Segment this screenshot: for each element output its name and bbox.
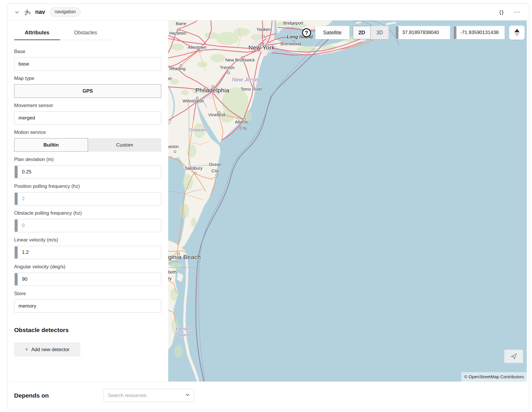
map-label: Salisbury bbox=[185, 166, 203, 171]
position-polling-label: Position polling frequency (hz) bbox=[14, 183, 161, 189]
help-icon[interactable]: ? bbox=[302, 28, 311, 37]
longitude-value: -71.93590131438 bbox=[460, 30, 499, 35]
json-mode-icon[interactable]: {} bbox=[499, 9, 504, 15]
recenter-button[interactable] bbox=[504, 350, 523, 363]
latitude-input[interactable]: 37.81897838040 bbox=[395, 26, 450, 39]
motion-service-segment: Builtin Custom bbox=[14, 138, 161, 152]
map-attribution[interactable]: © OpenStreetMap Contributors bbox=[461, 372, 527, 381]
movement-sensor-value: merged bbox=[18, 115, 35, 121]
map-label: aston bbox=[168, 144, 179, 149]
overflow-menu-icon[interactable]: ⋯ bbox=[514, 8, 520, 16]
linear-velocity-value: 1.2 bbox=[22, 250, 29, 255]
map-label: Brentwood bbox=[280, 41, 301, 46]
city-marker bbox=[194, 172, 196, 175]
map-label: Allentown bbox=[188, 45, 207, 50]
map-label: Vineland bbox=[208, 112, 225, 117]
map-label: Ocean bbox=[209, 162, 222, 167]
page: nav navigation {} ⋯ Attributes Obstacles… bbox=[0, 0, 532, 412]
card-body: Attributes Obstacles Base base Map type … bbox=[7, 20, 529, 381]
map-label: Yonkers bbox=[256, 27, 272, 32]
base-label: Base bbox=[14, 49, 161, 55]
plus-icon: + bbox=[25, 346, 28, 352]
position-polling-input[interactable]: 2 bbox=[14, 192, 161, 205]
obstacle-detectors-heading: Obstacle detectors bbox=[14, 327, 161, 334]
movement-sensor-label: Movement sensor bbox=[14, 103, 161, 108]
number-input-bar bbox=[15, 220, 18, 232]
depends-on-heading: Depends on bbox=[14, 392, 104, 399]
plan-deviation-input[interactable]: 0.25 bbox=[14, 165, 161, 179]
city-marker bbox=[242, 57, 244, 59]
map-label: Wilmington bbox=[183, 98, 204, 103]
tab-attributes[interactable]: Attributes bbox=[14, 27, 60, 40]
coordinate-stepper[interactable] bbox=[509, 25, 525, 40]
map-label: Pamlico bbox=[176, 326, 191, 331]
map-label: Reading bbox=[169, 66, 186, 71]
linear-velocity-input[interactable]: 1.2 bbox=[14, 246, 161, 259]
plan-deviation-value: 0.25 bbox=[22, 169, 31, 175]
city-marker bbox=[216, 174, 218, 176]
add-detector-button[interactable]: + Add new detector bbox=[14, 343, 80, 356]
city-marker bbox=[212, 85, 214, 88]
obstacle-polling-label: Obstacle polling frequency (hz) bbox=[14, 210, 161, 216]
resource-type-badge: navigation bbox=[50, 8, 80, 17]
map-mode-toggle: 2D 3D bbox=[353, 26, 389, 39]
map-type-label: Map type bbox=[14, 76, 161, 81]
city-marker bbox=[196, 97, 198, 99]
store-input[interactable]: memory bbox=[14, 299, 161, 313]
map-label: Bridgeport bbox=[283, 20, 303, 25]
city-marker bbox=[180, 64, 182, 67]
map-canvas[interactable]: BarreHazletonYonkersBridgeportLong Islan… bbox=[168, 20, 527, 381]
map-type-segment: GPS bbox=[14, 84, 161, 98]
movement-sensor-input[interactable]: merged bbox=[14, 111, 161, 125]
tab-obstacles[interactable]: Obstacles bbox=[60, 27, 111, 40]
city-marker bbox=[177, 252, 180, 255]
angular-velocity-input[interactable]: 90 bbox=[14, 273, 161, 286]
panel-tabs: Attributes Obstacles bbox=[14, 27, 111, 40]
base-input[interactable]: base bbox=[14, 57, 161, 71]
number-input-bar bbox=[15, 193, 18, 205]
map-label: Barre bbox=[176, 21, 186, 26]
position-polling-placeholder: 2 bbox=[22, 196, 25, 202]
motion-service-label: Motion service bbox=[14, 130, 161, 135]
depends-on-select[interactable]: Search resources bbox=[104, 389, 194, 402]
map-label: Toms River bbox=[241, 87, 262, 91]
number-input-bar bbox=[15, 166, 18, 178]
map-label: New Brunswick bbox=[225, 57, 255, 62]
map-label: er bbox=[168, 76, 172, 81]
latitude-value: 37.81897838040 bbox=[402, 30, 439, 35]
depends-on-placeholder: Search resources bbox=[108, 393, 146, 398]
store-value: memory bbox=[18, 303, 36, 309]
motion-builtin-button[interactable]: Builtin bbox=[14, 138, 88, 152]
step-down-icon bbox=[514, 33, 520, 37]
map-label: Trenton bbox=[220, 65, 235, 70]
map-label: ty bbox=[168, 276, 172, 281]
map-type-gps-button[interactable]: GPS bbox=[14, 84, 161, 98]
map-label: City bbox=[211, 168, 219, 173]
linear-velocity-label: Linear velocity (m/s) bbox=[14, 237, 161, 243]
satellite-toggle-button[interactable]: Satellite bbox=[315, 26, 349, 39]
map-label: Hazleton bbox=[169, 31, 186, 35]
city-marker bbox=[260, 43, 263, 46]
number-input-bar bbox=[396, 26, 398, 39]
city-marker bbox=[178, 29, 180, 31]
step-up-icon bbox=[514, 29, 520, 32]
mode-3d-button[interactable]: 3D bbox=[371, 26, 389, 39]
city-marker bbox=[293, 40, 295, 43]
navigation-service-icon bbox=[23, 8, 32, 16]
store-label: Store bbox=[14, 291, 161, 297]
city-marker bbox=[199, 50, 201, 53]
location-arrow-icon bbox=[510, 353, 518, 360]
card-header: nav navigation {} ⋯ bbox=[7, 4, 529, 20]
number-input-bar bbox=[454, 26, 456, 39]
obstacle-polling-input[interactable]: 0 bbox=[14, 219, 161, 232]
collapse-chevron-icon[interactable] bbox=[13, 8, 21, 16]
chevron-down-icon bbox=[185, 392, 190, 398]
mode-2d-button[interactable]: 2D bbox=[353, 26, 371, 39]
map-label: City bbox=[239, 126, 247, 130]
longitude-input[interactable]: -71.93590131438 bbox=[453, 26, 505, 39]
base-value: base bbox=[18, 61, 29, 67]
motion-custom-button[interactable]: Custom bbox=[88, 138, 161, 152]
map-label: beth bbox=[168, 269, 177, 274]
number-input-bar bbox=[15, 273, 18, 285]
city-marker bbox=[174, 150, 176, 153]
